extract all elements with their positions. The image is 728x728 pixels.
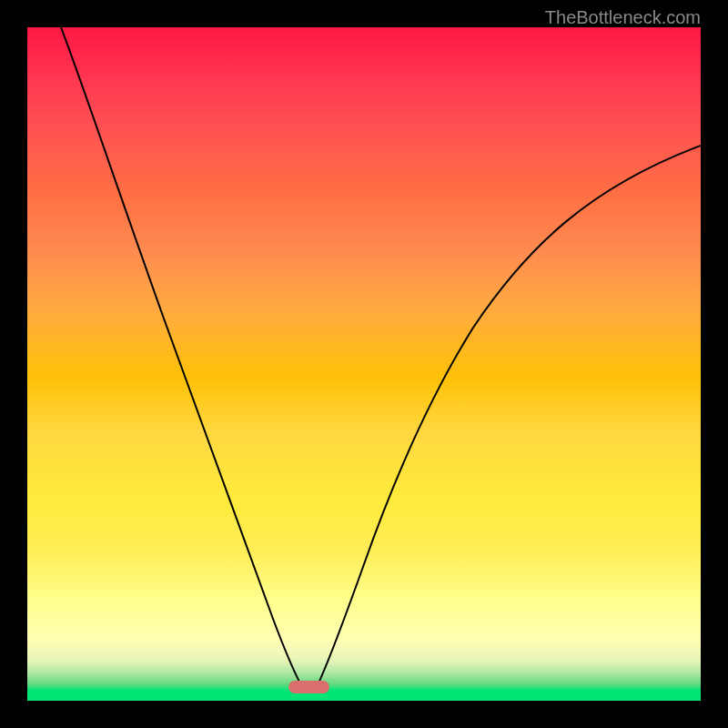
bottleneck-chart — [27, 27, 701, 701]
optimal-marker — [288, 681, 329, 693]
bottleneck-curve-path — [61, 27, 701, 687]
curve-svg — [27, 27, 701, 701]
watermark-text: TheBottleneck.com — [545, 7, 701, 28]
